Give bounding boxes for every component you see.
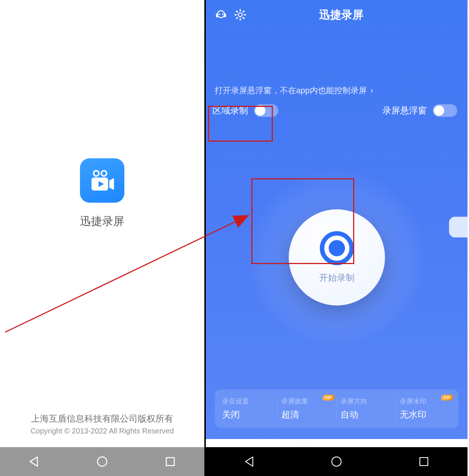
opt-watermark[interactable]: VIP 录屏水印 无水印 [396, 397, 455, 421]
android-nav-right [206, 447, 468, 476]
copyright-years: Copyright © 2013-2022 All Rights Reserve… [0, 427, 204, 435]
app-logo [80, 158, 124, 203]
vip-badge: VIP [322, 395, 335, 401]
opt-label: 录音设置 [222, 397, 274, 406]
splash-center: 迅捷录屏 [0, 0, 204, 432]
float-window-toggle-group: 录屏悬浮窗 [382, 104, 457, 117]
copyright-block: 上海互盾信息科技有限公司版权所有 Copyright © 2013-2022 A… [0, 413, 204, 435]
area-record-label: 区域录制 [212, 105, 248, 117]
opt-value: 关闭 [222, 409, 274, 421]
start-record-button[interactable]: 开始录制 [289, 209, 385, 305]
svg-point-10 [219, 13, 220, 15]
home-icon[interactable] [96, 455, 109, 468]
float-window-toggle[interactable] [433, 104, 457, 117]
svg-point-27 [332, 457, 341, 466]
opt-orientation[interactable]: 录屏方向 自动 [337, 397, 396, 421]
home-icon[interactable] [330, 455, 343, 468]
opt-value: 无水印 [400, 409, 451, 421]
record-halo: 开始录制 [248, 169, 426, 346]
toggle-row: 区域录制 录屏悬浮窗 [206, 96, 468, 125]
header: 迅捷录屏 [206, 0, 468, 30]
svg-rect-6 [166, 458, 174, 466]
recent-icon[interactable] [164, 455, 177, 468]
area-record-toggle[interactable] [254, 104, 278, 117]
opt-audio[interactable]: 录音设置 关闭 [218, 397, 278, 421]
area-record-toggle-group: 区域录制 [212, 104, 278, 117]
app-name-label: 迅捷录屏 [80, 214, 124, 229]
svg-point-5 [97, 457, 107, 466]
svg-rect-8 [216, 14, 218, 17]
record-area: 开始录制 [206, 125, 468, 389]
mascot-peek[interactable] [449, 217, 468, 237]
svg-point-1 [101, 171, 107, 176]
page-title: 迅捷录屏 [224, 7, 459, 23]
record-icon [320, 231, 354, 265]
opt-label: 录屏方向 [341, 397, 392, 406]
float-window-label: 录屏悬浮窗 [382, 105, 427, 117]
svg-point-11 [222, 13, 223, 15]
vip-badge: VIP [440, 395, 453, 401]
options-card: 录音设置 关闭 VIP 录屏效果 超清 录屏方向 自动 VIP 录屏水印 无水印 [215, 389, 459, 428]
opt-value: 超清 [281, 409, 333, 421]
opt-value: 自动 [341, 409, 392, 421]
hint-text: 打开录屏悬浮窗，不在app内也能控制录屏 [215, 85, 367, 96]
back-icon[interactable] [27, 455, 41, 468]
hint-banner[interactable]: 打开录屏悬浮窗，不在app内也能控制录屏 › [215, 85, 459, 96]
svg-point-0 [94, 171, 99, 176]
back-icon[interactable] [243, 455, 256, 468]
copyright-company: 上海互盾信息科技有限公司版权所有 [0, 413, 204, 425]
svg-marker-4 [30, 457, 37, 466]
svg-rect-28 [420, 458, 428, 466]
recent-icon[interactable] [417, 455, 431, 468]
opt-quality[interactable]: VIP 录屏效果 超清 [278, 397, 337, 421]
splash-panel: 迅捷录屏 上海互盾信息科技有限公司版权所有 Copyright © 2013-2… [0, 0, 206, 476]
app-panel: 迅捷录屏 打开录屏悬浮窗，不在app内也能控制录屏 › 区域录制 录屏悬浮窗 开… [206, 0, 468, 476]
chevron-right-icon: › [371, 86, 373, 95]
android-nav-left [0, 447, 204, 476]
record-label: 开始录制 [319, 272, 355, 284]
svg-marker-26 [245, 457, 253, 466]
